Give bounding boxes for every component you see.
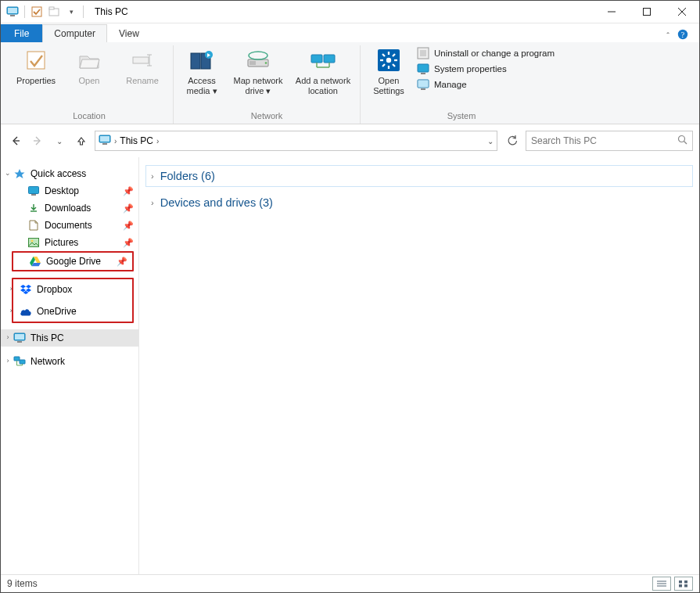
add-location-icon bbox=[309, 47, 337, 74]
svg-rect-2 bbox=[10, 15, 15, 16]
svg-rect-42 bbox=[421, 73, 425, 74]
tab-computer[interactable]: Computer bbox=[42, 24, 107, 42]
recent-locations-button[interactable]: ⌄ bbox=[51, 132, 68, 149]
qat-dropdown-icon[interactable]: ▾ bbox=[64, 5, 78, 19]
breadcrumb-chevron-icon[interactable]: › bbox=[114, 137, 117, 146]
tree-pictures[interactable]: Pictures 📌 bbox=[1, 234, 138, 251]
svg-rect-44 bbox=[418, 81, 428, 87]
back-button[interactable] bbox=[7, 132, 24, 149]
tab-view[interactable]: View bbox=[107, 24, 151, 42]
up-button[interactable] bbox=[73, 132, 90, 149]
qat-separator-2 bbox=[83, 5, 84, 18]
explorer-window: ▾ This PC File Computer View ˆ ? bbox=[0, 0, 700, 593]
svg-rect-1 bbox=[8, 8, 17, 13]
access-media-button[interactable]: Access media ▾ bbox=[178, 45, 225, 98]
section-devices[interactable]: › Devices and drives (3) bbox=[145, 192, 693, 214]
chevron-right-icon: › bbox=[151, 171, 154, 181]
svg-point-22 bbox=[265, 62, 267, 64]
help-icon[interactable]: ? bbox=[677, 29, 688, 42]
minimize-button[interactable] bbox=[594, 1, 629, 23]
svg-rect-5 bbox=[49, 7, 54, 9]
tree-network[interactable]: › Network bbox=[1, 353, 138, 370]
add-network-location-button[interactable]: Add a network location bbox=[291, 45, 355, 98]
svg-rect-56 bbox=[29, 239, 39, 247]
svg-rect-71 bbox=[679, 584, 682, 588]
title-bar: ▾ This PC bbox=[1, 1, 699, 23]
svg-point-30 bbox=[386, 58, 391, 63]
pin-icon: 📌 bbox=[123, 238, 134, 248]
svg-point-57 bbox=[31, 240, 34, 243]
forward-button[interactable] bbox=[29, 132, 46, 149]
ribbon-group-network: Access media ▾ Map network drive ▾ Add a… bbox=[174, 45, 361, 124]
expand-icon[interactable]: ⌄ bbox=[4, 169, 12, 177]
tree-documents[interactable]: Documents 📌 bbox=[1, 217, 138, 234]
expand-icon[interactable]: › bbox=[4, 333, 12, 341]
tree-desktop[interactable]: Desktop 📌 bbox=[1, 182, 138, 199]
expand-icon[interactable]: › bbox=[7, 307, 15, 314]
dropbox-icon bbox=[20, 283, 32, 296]
ribbon: Properties Open Rename Location bbox=[1, 42, 699, 124]
tree-google-drive[interactable]: Google Drive 📌 bbox=[13, 253, 132, 270]
status-bar: 9 items bbox=[1, 574, 699, 592]
svg-rect-7 bbox=[643, 9, 650, 16]
this-pc-icon bbox=[5, 5, 20, 19]
svg-line-52 bbox=[684, 142, 687, 145]
svg-rect-45 bbox=[421, 88, 425, 90]
breadcrumb-chevron-icon-2[interactable]: › bbox=[156, 137, 159, 146]
uninstall-icon bbox=[417, 47, 429, 59]
expand-icon[interactable]: › bbox=[7, 285, 15, 293]
properties-qat-icon[interactable] bbox=[30, 5, 44, 19]
svg-rect-59 bbox=[15, 334, 24, 340]
search-box[interactable]: Search This PC bbox=[526, 131, 693, 151]
breadcrumb-this-pc[interactable]: This PC bbox=[120, 135, 153, 146]
desktop-icon bbox=[27, 185, 40, 197]
refresh-button[interactable] bbox=[504, 132, 521, 149]
svg-rect-24 bbox=[311, 55, 322, 63]
collapse-ribbon-icon[interactable]: ˆ bbox=[666, 31, 669, 41]
new-folder-qat-icon[interactable] bbox=[47, 5, 61, 19]
svg-point-51 bbox=[679, 136, 685, 142]
open-settings-button[interactable]: Open Settings bbox=[365, 45, 412, 98]
rename-button[interactable]: Rename bbox=[117, 45, 168, 88]
section-folders[interactable]: › Folders (6) bbox=[145, 165, 693, 187]
ribbon-group-system: Open Settings Uninstall or change a prog… bbox=[361, 45, 562, 124]
tree-dropbox[interactable]: › Dropbox bbox=[13, 281, 132, 298]
properties-button[interactable]: Properties bbox=[10, 45, 62, 88]
open-icon bbox=[77, 47, 101, 74]
tree-downloads[interactable]: Downloads 📌 bbox=[1, 199, 138, 217]
map-network-drive-button[interactable]: Map network drive ▾ bbox=[227, 45, 289, 98]
content-pane[interactable]: › Folders (6) › Devices and drives (3) bbox=[139, 157, 699, 574]
close-button[interactable] bbox=[664, 1, 699, 23]
pin-icon: 📌 bbox=[123, 203, 134, 214]
manage-button[interactable]: Manage bbox=[417, 78, 555, 91]
icons-view-button[interactable] bbox=[674, 577, 693, 591]
highlight-box-cloud: › Dropbox › OneDrive bbox=[12, 278, 134, 323]
body: ⌄ Quick access Desktop 📌 Downloads 📌 Doc… bbox=[1, 157, 699, 574]
settings-icon bbox=[376, 47, 401, 74]
details-view-button[interactable] bbox=[652, 577, 671, 591]
pin-icon: 📌 bbox=[123, 186, 134, 196]
maximize-button[interactable] bbox=[629, 1, 664, 23]
group-label-location: Location bbox=[73, 110, 106, 124]
open-button[interactable]: Open bbox=[63, 45, 115, 88]
system-properties-button[interactable]: System properties bbox=[417, 63, 555, 75]
window-controls bbox=[594, 1, 699, 23]
expand-icon[interactable]: › bbox=[4, 357, 12, 365]
network-icon bbox=[13, 355, 26, 368]
svg-rect-12 bbox=[27, 52, 45, 69]
uninstall-program-button[interactable]: Uninstall or change a program bbox=[417, 47, 555, 59]
tree-onedrive[interactable]: › OneDrive bbox=[13, 303, 132, 320]
navigation-tree: ⌄ Quick access Desktop 📌 Downloads 📌 Doc… bbox=[1, 157, 139, 574]
google-drive-icon bbox=[29, 255, 41, 268]
svg-rect-50 bbox=[102, 143, 107, 145]
tab-file[interactable]: File bbox=[1, 24, 42, 42]
svg-rect-49 bbox=[100, 136, 109, 142]
system-properties-icon bbox=[417, 63, 429, 75]
search-placeholder: Search This PC bbox=[531, 135, 597, 146]
qat-separator bbox=[24, 5, 25, 18]
search-icon bbox=[677, 135, 687, 147]
tree-this-pc[interactable]: › This PC bbox=[1, 329, 138, 347]
tree-quick-access[interactable]: ⌄ Quick access bbox=[1, 165, 138, 182]
address-bar[interactable]: › This PC › ⌄ bbox=[95, 131, 497, 151]
address-dropdown-icon[interactable]: ⌄ bbox=[487, 137, 494, 146]
